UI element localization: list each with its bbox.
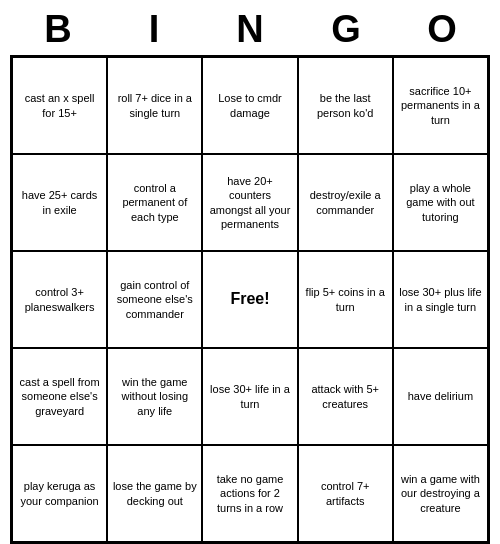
bingo-cell-14: lose 30+ plus life in a single turn xyxy=(393,251,488,348)
bingo-letter-g: G xyxy=(302,8,390,51)
bingo-cell-24: win a game with our destroying a creatur… xyxy=(393,445,488,542)
bingo-cell-8: destroy/exile a commander xyxy=(298,154,393,251)
bingo-cell-19: have delirium xyxy=(393,348,488,445)
bingo-cell-20: play keruga as your companion xyxy=(12,445,107,542)
bingo-cell-10: control 3+ planeswalkers xyxy=(12,251,107,348)
bingo-cell-2: Lose to cmdr damage xyxy=(202,57,297,154)
bingo-letter-i: I xyxy=(110,8,198,51)
bingo-cell-23: control 7+ artifacts xyxy=(298,445,393,542)
bingo-letter-o: O xyxy=(398,8,486,51)
bingo-cell-18: attack with 5+ creatures xyxy=(298,348,393,445)
bingo-letter-n: N xyxy=(206,8,294,51)
bingo-cell-4: sacrifice 10+ permanents in a turn xyxy=(393,57,488,154)
bingo-cell-6: control a permanent of each type xyxy=(107,154,202,251)
bingo-cell-15: cast a spell from someone else's graveya… xyxy=(12,348,107,445)
bingo-cell-5: have 25+ cards in exile xyxy=(12,154,107,251)
bingo-cell-21: lose the game by decking out xyxy=(107,445,202,542)
bingo-cell-13: flip 5+ coins in a turn xyxy=(298,251,393,348)
bingo-cell-11: gain control of someone else's commander xyxy=(107,251,202,348)
bingo-header: BINGO xyxy=(10,0,490,55)
bingo-cell-16: win the game without losing any life xyxy=(107,348,202,445)
bingo-cell-0: cast an x spell for 15+ xyxy=(12,57,107,154)
bingo-grid: cast an x spell for 15+roll 7+ dice in a… xyxy=(10,55,490,544)
bingo-cell-3: be the last person ko'd xyxy=(298,57,393,154)
bingo-cell-1: roll 7+ dice in a single turn xyxy=(107,57,202,154)
bingo-letter-b: B xyxy=(14,8,102,51)
bingo-cell-7: have 20+ counters amongst all your perma… xyxy=(202,154,297,251)
bingo-cell-17: lose 30+ life in a turn xyxy=(202,348,297,445)
bingo-cell-12: Free! xyxy=(202,251,297,348)
bingo-cell-22: take no game actions for 2 turns in a ro… xyxy=(202,445,297,542)
bingo-cell-9: play a whole game with out tutoring xyxy=(393,154,488,251)
